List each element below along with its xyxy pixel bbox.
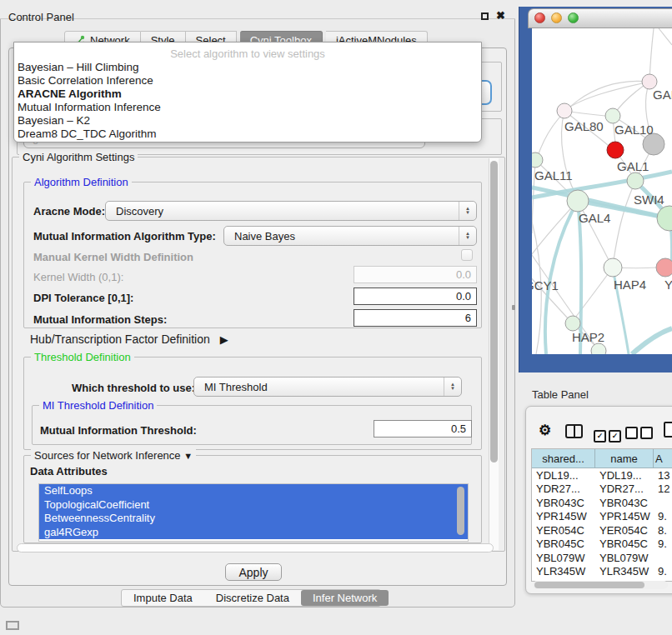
split-columns-icon[interactable] <box>565 424 583 438</box>
dropdown-item[interactable]: Bayesian – Hill Climbing <box>14 61 481 74</box>
table-body: YDL19...YDL19...13YDR27...YDR27...12YBR0… <box>532 468 672 582</box>
column-header[interactable]: shared... <box>532 449 595 468</box>
table-cell: YBR045C <box>532 538 595 550</box>
table-row[interactable]: YLR345WYLR345W9. <box>532 565 672 579</box>
deselect-all-unchecked-icon[interactable] <box>625 427 655 442</box>
table-cell: YDR27... <box>595 482 654 495</box>
table-cell: 8. <box>654 524 672 537</box>
table-cell: YLR345W <box>595 565 654 578</box>
dropdown-item[interactable]: Mutual Information Inference <box>14 101 481 114</box>
table-cell: 12 <box>654 482 672 495</box>
table-row[interactable]: YBL079WYBL079W <box>532 551 672 565</box>
table-cell: YBR045C <box>595 538 654 550</box>
column-header[interactable]: A <box>654 449 672 468</box>
table-scrollbar-thumb[interactable] <box>534 582 644 588</box>
table-cell: YBR043C <box>595 497 654 509</box>
table-row[interactable]: YER054CYER054C8. <box>532 523 672 538</box>
select-all-checked-icon[interactable]: ✓✓ <box>594 427 624 442</box>
dropdown-placeholder: Select algorithm to view settings <box>14 48 481 60</box>
dropdown-item[interactable]: Basic Correlation Inference <box>14 74 481 88</box>
table-cell: 13 <box>654 469 672 482</box>
table-row[interactable]: YPR145WYPR145W9. <box>532 510 672 524</box>
table-row[interactable]: YBR043CYBR043C <box>532 496 672 510</box>
page-icon[interactable] <box>664 422 672 438</box>
table-cell: YLR345W <box>532 565 595 578</box>
dropdown-items: Bayesian – Hill Climbing Basic Correlati… <box>14 61 481 141</box>
table-header: shared... name A <box>532 449 672 468</box>
table-cell: YDL19... <box>532 469 595 482</box>
table-cell: YBL079W <box>595 552 654 564</box>
table-cell: YBR043C <box>532 497 595 509</box>
table-row[interactable]: YDL19...YDL19...13 <box>532 468 672 482</box>
dropdown-item[interactable]: Bayesian – K2 <box>14 114 481 128</box>
table-cell: YBL079W <box>532 552 595 564</box>
column-header[interactable]: name <box>595 449 654 468</box>
table-cell: YER054C <box>532 524 595 537</box>
table-settings-gear-icon[interactable]: ⚙ <box>539 422 551 439</box>
table-cell: YPR145W <box>532 510 595 522</box>
dropdown-item[interactable]: Dream8 DC_TDC Algorithm <box>14 128 481 141</box>
dropdown-item[interactable]: ARACNE Algorithm <box>14 88 481 101</box>
table-row[interactable]: YBR045CYBR045C9. <box>532 538 672 552</box>
table-cell: YDL19... <box>595 469 654 482</box>
table-cell: YPR145W <box>595 510 654 522</box>
table-cell: 9. <box>654 565 672 578</box>
algorithm-dropdown-popup: Select algorithm to view settings Bayesi… <box>13 42 482 142</box>
table-row[interactable]: YDR27...YDR27...12 <box>532 482 672 497</box>
table-panel-title: Table Panel <box>532 388 589 401</box>
table-cell: 9. <box>654 538 672 550</box>
node-table: shared... name A YDL19...YDL19...13YDR27… <box>531 448 672 582</box>
table-cell: YDR27... <box>532 482 595 495</box>
table-cell: 9. <box>654 510 672 522</box>
table-cell: YER054C <box>595 524 654 537</box>
